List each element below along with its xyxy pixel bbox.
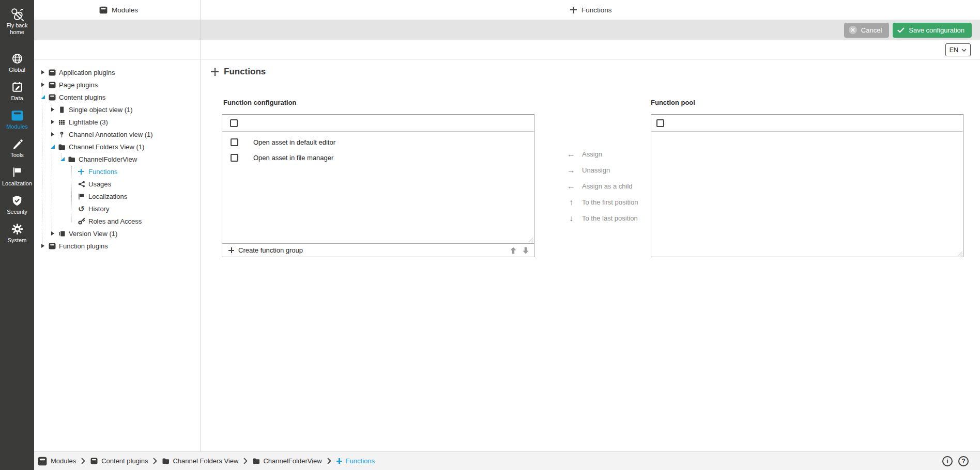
resize-handle[interactable] — [957, 250, 962, 256]
expander-collapsed-icon[interactable] — [40, 70, 49, 74]
action-label: To the first position — [582, 198, 638, 206]
top-header-band: Modules Functions — [34, 0, 980, 20]
language-selector[interactable]: EN — [945, 43, 971, 56]
tree-item-channel-folders-view[interactable]: Channel Folders View (1) — [34, 140, 201, 153]
expander-collapsed-icon[interactable] — [50, 107, 58, 112]
expander-expanded-icon[interactable] — [50, 145, 58, 149]
plus-icon — [228, 247, 234, 253]
expander-collapsed-icon[interactable] — [40, 244, 49, 248]
tree-item-label: Single object view (1) — [69, 106, 133, 114]
tree-item-usages[interactable]: Usages — [34, 178, 201, 190]
calendar-edit-icon — [11, 80, 23, 94]
action-label: Assign as a child — [582, 182, 633, 190]
unassign-button[interactable]: → Unassign — [567, 162, 638, 178]
versions-icon — [58, 230, 69, 237]
assign-actions: ← Assign → Unassign ← Assign as a child … — [567, 146, 638, 226]
function-row[interactable]: Open asset in file manager — [222, 150, 534, 165]
action-toolbar: Cancel Save configuration — [34, 20, 980, 40]
chevron-right-icon — [81, 458, 85, 464]
tree-item-version-view[interactable]: Version View (1) — [34, 227, 201, 240]
sidebar-item-system[interactable]: System — [0, 222, 34, 250]
status-bar-icons: i ? — [942, 456, 969, 466]
sidebar-item-security[interactable]: Security — [0, 194, 34, 222]
row-checkbox[interactable] — [231, 138, 238, 146]
tree-item-channelfolderview[interactable]: ChannelFolderView — [34, 153, 201, 165]
tree-item-page-plugins[interactable]: Page plugins — [34, 79, 201, 91]
expander-collapsed-icon[interactable] — [40, 83, 49, 87]
assign-button[interactable]: ← Assign — [567, 146, 638, 162]
breadcrumb-item-content-plugins[interactable]: Content plugins — [90, 457, 148, 465]
shield-check-icon — [11, 194, 23, 208]
tree-panel-title: Modules — [99, 0, 138, 20]
move-up-icon[interactable] — [510, 247, 516, 254]
history-icon: ↺ — [78, 205, 88, 213]
tree-item-functions[interactable]: Functions — [34, 165, 201, 178]
move-down-icon[interactable] — [523, 247, 529, 254]
cancel-circle-x-icon — [849, 26, 857, 34]
drawer-icon — [49, 69, 59, 76]
help-icon[interactable]: ? — [958, 456, 969, 466]
page-title-label: Functions — [224, 67, 266, 77]
expander-collapsed-icon[interactable] — [50, 132, 58, 136]
save-configuration-button[interactable]: Save configuration — [893, 23, 972, 38]
sidebar-item-label: Security — [7, 209, 27, 215]
breadcrumb-item-modules[interactable]: Modules — [38, 456, 76, 466]
tree-item-label: History — [88, 205, 109, 213]
sidebar-item-data[interactable]: Data — [0, 80, 34, 108]
expander-collapsed-icon[interactable] — [50, 231, 58, 236]
pool-header-row — [651, 115, 963, 132]
breadcrumb-item-channel-folders-view[interactable]: Channel Folders View — [162, 457, 238, 465]
save-button-label: Save configuration — [909, 26, 964, 34]
pin-icon — [58, 131, 69, 138]
expander-collapsed-icon[interactable] — [50, 120, 58, 124]
plugin-tree: Application plugins Page plugins Content… — [34, 59, 201, 451]
create-function-group-button[interactable]: Create function group — [238, 246, 303, 254]
sidebar-item-localization[interactable]: Localization — [0, 165, 34, 194]
sidebar-item-fly-back-home[interactable]: Fly back home — [0, 7, 34, 52]
app-sidebar: Fly back home Global Data — [0, 0, 34, 470]
select-all-checkbox[interactable] — [656, 119, 664, 127]
breadcrumb-item-functions[interactable]: Functions — [336, 457, 375, 465]
tree-item-lighttable[interactable]: Lighttable (3) — [34, 116, 201, 128]
sidebar-item-tools[interactable]: Tools — [0, 137, 34, 165]
tree-item-label: Usages — [88, 180, 111, 188]
info-icon[interactable]: i — [942, 456, 953, 466]
function-row-label: Open asset in default editor — [253, 138, 335, 146]
tree-item-channel-annotation-view[interactable]: Channel Annotation view (1) — [34, 128, 201, 140]
tree-item-label: Application plugins — [59, 69, 115, 76]
tree-item-application-plugins[interactable]: Application plugins — [34, 66, 201, 79]
pencil-icon — [11, 137, 23, 151]
assign-as-child-button[interactable]: ← Assign as a child — [567, 178, 638, 194]
resize-handle[interactable] — [528, 237, 533, 242]
row-checkbox[interactable] — [231, 154, 238, 162]
drawer-icon — [49, 94, 59, 101]
bee-logo-icon — [9, 7, 25, 21]
tree-item-label: Functions — [88, 168, 117, 176]
tree-item-localizations[interactable]: Localizations — [34, 190, 201, 202]
tree-item-roles-and-access[interactable]: Roles and Access — [34, 215, 201, 227]
function-row[interactable]: Open asset in default editor — [222, 134, 534, 150]
cancel-button[interactable]: Cancel — [844, 23, 889, 38]
arrow-right-icon: → — [567, 166, 575, 175]
breadcrumb-label: ChannelFolderView — [263, 457, 321, 465]
tree-item-label: Page plugins — [59, 81, 98, 89]
sidebar-item-global[interactable]: Global — [0, 52, 34, 80]
expander-expanded-icon[interactable] — [60, 157, 68, 161]
sidebar-item-label: Data — [11, 95, 23, 102]
select-all-checkbox[interactable] — [230, 119, 238, 127]
language-selected-label: EN — [950, 46, 958, 54]
folder-icon — [68, 156, 79, 162]
breadcrumb-item-channelfolderview[interactable]: ChannelFolderView — [253, 457, 321, 465]
module-drawer-icon — [11, 108, 24, 122]
plus-icon — [336, 458, 342, 464]
tree-item-content-plugins[interactable]: Content plugins — [34, 91, 201, 103]
plus-icon — [78, 169, 88, 175]
to-last-position-button[interactable]: ↓ To the last position — [567, 210, 638, 226]
expander-expanded-icon[interactable] — [40, 95, 49, 99]
to-first-position-button[interactable]: ↑ To the first position — [567, 194, 638, 210]
tree-item-function-plugins[interactable]: Function plugins — [34, 240, 201, 252]
tree-item-history[interactable]: ↺ History — [34, 202, 201, 215]
sidebar-item-modules[interactable]: Modules — [0, 108, 34, 137]
sidebar-item-label: Modules — [6, 123, 28, 130]
tree-item-single-object-view[interactable]: Single object view (1) — [34, 103, 201, 116]
